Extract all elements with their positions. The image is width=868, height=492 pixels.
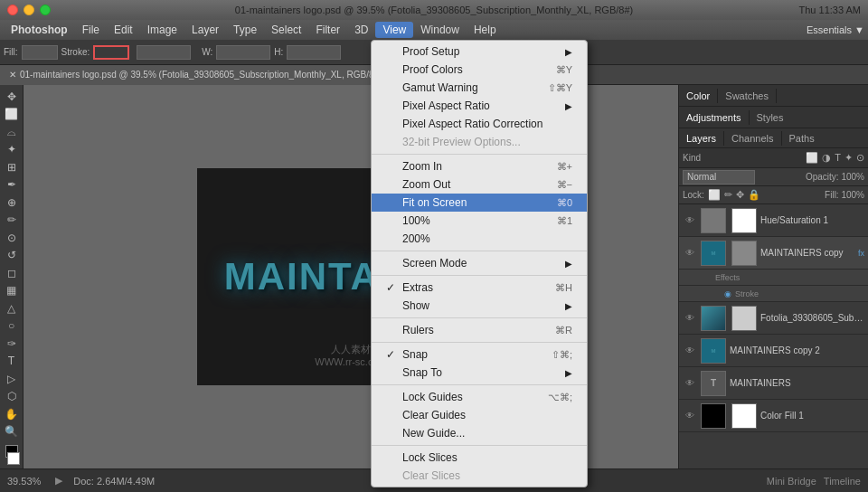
path-tool[interactable]: ▷ — [2, 371, 22, 387]
separator — [372, 251, 587, 251]
layer-row[interactable]: 👁 Color Fill 1 — [679, 400, 868, 432]
menu-new-guide[interactable]: New Guide... — [372, 424, 587, 442]
w-input[interactable] — [216, 45, 270, 60]
lock-transparent[interactable]: ⬜ — [708, 189, 721, 201]
stroke-swatch[interactable] — [93, 45, 129, 60]
menu-snap[interactable]: ✓ Snap ⇧⌘; — [372, 345, 587, 364]
menu-edit[interactable]: Edit — [107, 22, 140, 38]
mini-bridge-tab[interactable]: Mini Bridge — [767, 476, 816, 487]
tab-swatches[interactable]: Swatches — [718, 89, 777, 103]
blur-tool[interactable]: △ — [2, 300, 22, 317]
filter-adj[interactable]: ◑ — [822, 152, 831, 164]
layer-row[interactable]: 👁 Fotolia_39308605_Subscription_Montly..… — [679, 302, 868, 335]
time-display: Thu 11:33 AM — [799, 5, 862, 15]
color-panel-tabs: Color Swatches — [679, 85, 868, 107]
menu-extras[interactable]: ✓ Extras ⌘H — [372, 279, 587, 297]
document-tab[interactable]: ✕ 01-maintainers logo.psd @ 39.5% (Fotol… — [0, 65, 392, 85]
layer-visibility[interactable]: 👁 — [683, 213, 697, 228]
menu-filter[interactable]: Filter — [308, 22, 347, 38]
timeline-tab[interactable]: Timeline — [824, 476, 861, 487]
menu-proof-colors[interactable]: Proof Colors ⌘Y — [372, 61, 587, 79]
menu-gamut-warning[interactable]: Gamut Warning ⇧⌘Y — [372, 79, 587, 97]
tab-paths[interactable]: Paths — [782, 131, 822, 146]
type-tool[interactable]: T — [2, 354, 22, 370]
menu-snap-to[interactable]: Snap To ▶ — [372, 364, 587, 382]
layer-visibility[interactable]: 👁 — [683, 344, 697, 358]
pen-tool[interactable]: ✑ — [2, 336, 22, 352]
menu-pixel-aspect-correction[interactable]: Pixel Aspect Ratio Correction — [372, 115, 587, 133]
layer-row[interactable]: 👁 M MAINTAINERS copy fx — [679, 237, 868, 270]
layer-visibility[interactable]: 👁 — [683, 246, 697, 260]
brush-tool[interactable]: ✏ — [2, 213, 22, 229]
dodge-tool[interactable]: ○ — [2, 318, 22, 335]
lasso-tool[interactable]: ⌓ — [2, 124, 22, 140]
layer-row[interactable]: 👁 M MAINTAINERS copy 2 — [679, 335, 868, 367]
zoom-tool[interactable]: 🔍 — [2, 424, 22, 440]
menu-100percent[interactable]: 100% ⌘1 — [372, 212, 587, 230]
minimize-button[interactable] — [24, 5, 34, 15]
menu-proof-setup[interactable]: Proof Setup ▶ — [372, 43, 587, 61]
blend-mode-select[interactable]: Normal — [683, 170, 755, 184]
menu-screen-mode[interactable]: Screen Mode ▶ — [372, 254, 587, 272]
menu-type[interactable]: Type — [226, 22, 264, 38]
menu-select[interactable]: Select — [264, 22, 308, 38]
menu-image[interactable]: Image — [140, 22, 184, 38]
menu-zoom-in[interactable]: Zoom In ⌘+ — [372, 157, 587, 175]
menu-photoshop[interactable]: Photoshop — [4, 22, 75, 38]
layer-visibility[interactable]: 👁 — [683, 409, 697, 423]
hand-tool[interactable]: ✋ — [2, 406, 22, 422]
menu-layer[interactable]: Layer — [184, 22, 226, 38]
tab-color[interactable]: Color — [679, 89, 718, 103]
menu-view[interactable]: View — [375, 22, 413, 38]
menu-fit-on-screen[interactable]: Fit on Screen ⌘0 — [372, 194, 587, 212]
menu-3d[interactable]: 3D — [347, 22, 375, 38]
workspace-selector[interactable]: Essentials ▼ — [807, 24, 864, 35]
eraser-tool[interactable]: ◻ — [2, 265, 22, 281]
shape-tool[interactable]: ⬡ — [2, 389, 22, 405]
maximize-button[interactable] — [40, 5, 51, 15]
history-tool[interactable]: ↺ — [2, 248, 22, 264]
gradient-tool[interactable]: ▦ — [2, 283, 22, 299]
lock-position[interactable]: ✥ — [736, 189, 744, 201]
filter-shape[interactable]: ✦ — [844, 152, 853, 164]
menu-window[interactable]: Window — [413, 22, 467, 38]
lock-image[interactable]: ✏ — [724, 189, 732, 201]
tab-channels[interactable]: Channels — [724, 131, 781, 146]
toolbar-stroke-label: Stroke: — [61, 47, 90, 57]
layer-row[interactable]: 👁 Hue/Saturation 1 — [679, 204, 868, 237]
menu-200percent[interactable]: 200% — [372, 230, 587, 248]
menu-pixel-aspect-ratio[interactable]: Pixel Aspect Ratio ▶ — [372, 97, 587, 115]
tab-layers[interactable]: Layers — [679, 131, 724, 146]
tab-adjustments[interactable]: Adjustments — [679, 110, 750, 125]
stamp-tool[interactable]: ⊙ — [2, 230, 22, 246]
healing-tool[interactable]: ⊕ — [2, 194, 22, 211]
layer-row[interactable]: 👁 T MAINTAINERS — [679, 367, 868, 400]
close-tab-icon[interactable]: ✕ — [9, 70, 16, 80]
wand-tool[interactable]: ✦ — [2, 142, 22, 158]
stroke-size[interactable] — [137, 45, 191, 60]
menu-lock-guides[interactable]: Lock Guides ⌥⌘; — [372, 388, 587, 406]
filter-smart[interactable]: ⊙ — [856, 152, 864, 164]
eyedropper-tool[interactable]: ✒ — [2, 177, 22, 194]
marquee-tool[interactable]: ⬜ — [2, 107, 22, 123]
menu-clear-guides[interactable]: Clear Guides — [372, 406, 587, 424]
tab-styles[interactable]: Styles — [750, 110, 791, 125]
menu-zoom-out[interactable]: Zoom Out ⌘− — [372, 175, 587, 194]
fill-swatch[interactable] — [22, 45, 58, 60]
crop-tool[interactable]: ⊞ — [2, 159, 22, 175]
h-input[interactable] — [287, 45, 341, 60]
layer-visibility[interactable]: 👁 — [683, 376, 697, 391]
filter-pixel[interactable]: ⬜ — [806, 152, 818, 164]
move-tool[interactable]: ✥ — [2, 89, 22, 105]
filter-type[interactable]: T — [835, 152, 841, 164]
menu-help[interactable]: Help — [467, 22, 504, 38]
layer-name: Hue/Saturation 1 — [760, 215, 864, 225]
menu-rulers[interactable]: Rulers ⌘R — [372, 321, 587, 339]
menu-show[interactable]: Show ▶ — [372, 297, 587, 315]
background-color[interactable] — [7, 452, 20, 465]
lock-all[interactable]: 🔒 — [748, 189, 760, 201]
close-button[interactable] — [7, 5, 18, 15]
menu-lock-slices[interactable]: Lock Slices — [372, 449, 587, 467]
layer-visibility[interactable]: 👁 — [683, 311, 697, 326]
menu-file[interactable]: File — [75, 22, 107, 38]
